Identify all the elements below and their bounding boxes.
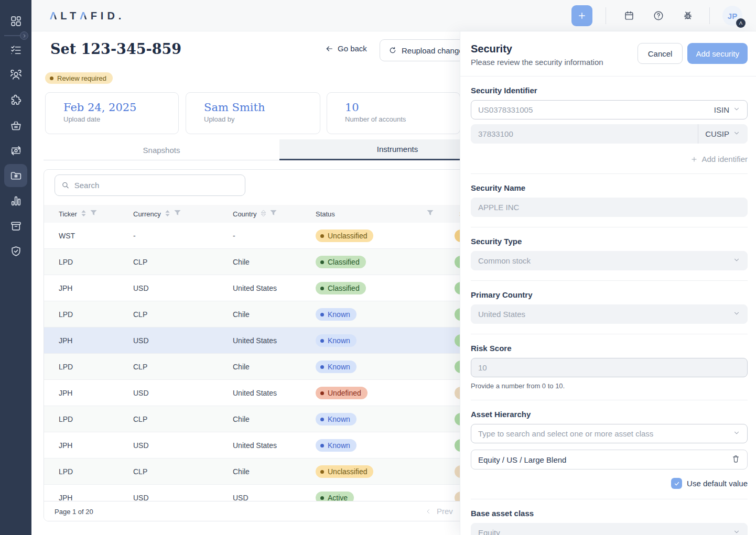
status-filter[interactable] xyxy=(427,205,434,223)
use-default-checkbox[interactable] xyxy=(671,478,682,489)
tab-snapshots[interactable]: Snapshots xyxy=(44,139,279,160)
sidebar-item-integrations[interactable] xyxy=(4,89,27,112)
bug-report-button[interactable] xyxy=(682,9,694,22)
base-asset-class-select[interactable]: Equity xyxy=(471,523,748,535)
sidebar-item-archive[interactable] xyxy=(4,214,27,237)
sidebar-item-transactions[interactable] xyxy=(4,139,27,162)
puzzle-icon xyxy=(9,94,23,107)
security-name-label: Security Name xyxy=(471,183,748,192)
filter-icon[interactable] xyxy=(270,210,277,218)
filter-icon[interactable] xyxy=(90,210,97,218)
currency-cell: CLP xyxy=(133,458,147,485)
sidebar-item-checklist[interactable] xyxy=(4,38,27,61)
search-box[interactable] xyxy=(55,174,245,196)
sidebar xyxy=(0,0,31,535)
currency-cell: - xyxy=(133,223,136,249)
security-type-select[interactable]: Common stock xyxy=(471,251,748,270)
panel-subtitle: Please review the security information xyxy=(471,58,603,67)
sort-icon[interactable] xyxy=(81,210,87,219)
base-asset-class-value: Equity xyxy=(478,528,733,535)
column-header-country[interactable]: Country xyxy=(233,205,277,223)
chevron-down-icon xyxy=(733,429,740,438)
status-label: Classified xyxy=(328,284,360,292)
sidebar-item-dashboard[interactable] xyxy=(4,9,27,32)
sidebar-item-securities[interactable] xyxy=(4,164,27,187)
country-cell: United States xyxy=(233,432,277,458)
currency-cell: USD xyxy=(133,380,149,406)
column-header-currency[interactable]: Currency xyxy=(133,205,181,223)
help-button[interactable] xyxy=(652,9,665,22)
sidebar-item-basket[interactable] xyxy=(4,114,27,137)
risk-score-input[interactable]: 10 xyxy=(471,358,748,377)
panel-title: Security xyxy=(471,43,603,55)
cusip-type-select[interactable]: CUSIP xyxy=(705,129,747,138)
ticker-cell: LPD xyxy=(59,354,73,380)
sidebar-item-users[interactable] xyxy=(4,63,27,86)
security-name-input[interactable]: APPLE INC xyxy=(471,198,748,217)
isin-type-select[interactable]: ISIN xyxy=(714,105,740,114)
status-label: Classified xyxy=(328,258,360,266)
dashboard-grid-icon xyxy=(9,15,23,28)
badge-dot xyxy=(320,339,324,343)
accounts-count-card: 10 Number of accounts xyxy=(327,92,460,134)
ticker-cell: LPD xyxy=(59,301,73,327)
column-header-status[interactable]: Status xyxy=(316,205,335,223)
go-back-link[interactable]: Go back xyxy=(325,44,367,53)
country-cell: - xyxy=(233,223,235,249)
money-transfer-icon xyxy=(9,144,23,157)
page-title: Set 123-345-859 xyxy=(50,41,181,57)
create-new-button[interactable] xyxy=(571,5,592,26)
input-divider xyxy=(698,124,698,144)
country-cell: USD xyxy=(233,485,249,501)
trash-icon xyxy=(731,454,740,463)
delete-asset-button[interactable] xyxy=(731,454,740,465)
currency-cell: CLP xyxy=(133,301,147,327)
reupload-label: Reupload change s xyxy=(402,46,469,55)
country-cell: Chile xyxy=(233,249,250,275)
sidebar-item-compliance[interactable] xyxy=(4,239,27,263)
primary-country-select[interactable]: United States xyxy=(471,304,748,324)
badge-dot xyxy=(50,77,53,80)
badge-dot xyxy=(320,287,324,290)
filter-icon[interactable] xyxy=(427,210,434,218)
upload-date-card: Feb 24, 2025 Upload date xyxy=(45,92,179,134)
cancel-button[interactable]: Cancel xyxy=(638,43,683,64)
sidebar-item-analytics[interactable] xyxy=(4,189,27,212)
column-header-ticker[interactable]: Ticker xyxy=(59,205,97,223)
search-icon xyxy=(61,181,70,190)
add-identifier-button[interactable]: Add identifier xyxy=(471,155,748,163)
search-input[interactable] xyxy=(74,181,239,190)
status-label: Known xyxy=(328,441,350,450)
sort-icon[interactable] xyxy=(165,210,170,219)
ticker-cell: JPH xyxy=(59,380,72,406)
refresh-icon xyxy=(388,46,397,54)
arrow-left-icon xyxy=(325,45,333,53)
add-security-button[interactable]: Add security xyxy=(687,43,748,64)
plus-icon xyxy=(690,156,698,163)
status-label: Undefined xyxy=(328,389,361,397)
status-badge: Known xyxy=(316,413,357,425)
sort-icon[interactable] xyxy=(261,210,266,219)
currency-cell: CLP xyxy=(133,406,147,432)
currency-cell: USD xyxy=(133,327,149,354)
country-cell: Chile xyxy=(233,354,250,380)
badge-dot xyxy=(320,313,324,316)
chevron-down-icon xyxy=(733,256,740,265)
asset-hierarchy-search[interactable]: Type to search and select one or more as… xyxy=(471,424,748,443)
archive-icon xyxy=(9,220,23,233)
plus-icon xyxy=(577,11,587,20)
badge-dot xyxy=(320,365,324,369)
status-badge: Unclassified xyxy=(316,465,373,478)
calendar-button[interactable] xyxy=(623,9,635,22)
currency-cell: USD xyxy=(133,275,149,301)
cusip-value: 37833100 xyxy=(478,129,691,138)
risk-score-label: Risk Score xyxy=(471,344,748,353)
prev-page-button[interactable]: Prev xyxy=(425,507,453,516)
ticker-cell: LPD xyxy=(59,406,73,432)
isin-input[interactable]: US0378331005 ISIN xyxy=(471,100,748,119)
asset-hierarchy-placeholder: Type to search and select one or more as… xyxy=(478,429,733,438)
filter-icon[interactable] xyxy=(174,210,181,218)
cusip-input[interactable]: 37833100 CUSIP xyxy=(471,124,748,144)
badge-dot xyxy=(320,496,324,500)
chevron-down-icon xyxy=(733,528,740,535)
